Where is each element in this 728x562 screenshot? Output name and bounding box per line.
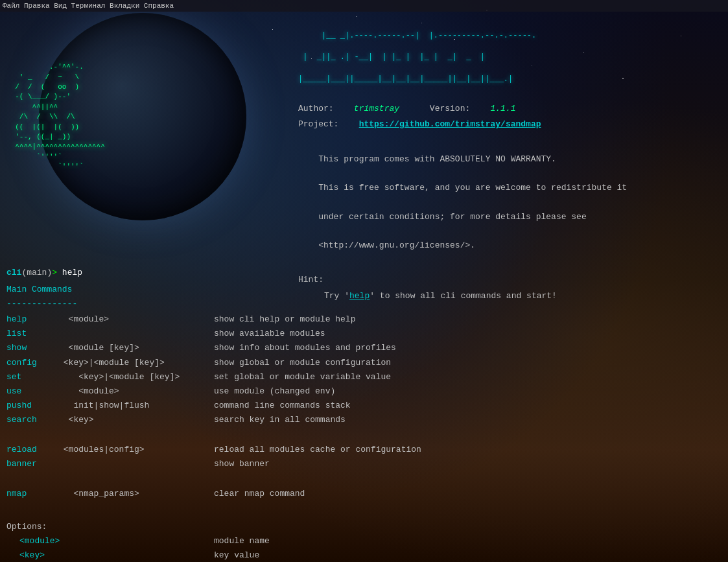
author-value: trimstray	[354, 104, 399, 113]
cmd-desc-list: show available modules	[214, 327, 325, 341]
prompt-cli: cli	[6, 268, 21, 277]
warranty-text: This program comes with ABSOLUTELY NO WA…	[298, 138, 722, 267]
commands-table-3: nmap <nmap_params> clear nmap command	[6, 487, 722, 501]
author-line: Author: trimstray Version: 1.1.1	[298, 102, 722, 116]
project-link[interactable]: https://github.com/trimstray/sandmap	[359, 119, 541, 129]
cmd-row-help: help <module> show cli help or module he…	[6, 312, 722, 327]
cmd-desc-pushd: command line commands stack	[214, 399, 351, 413]
cmd-args-help: <module>	[58, 312, 214, 327]
cmd-args-config: <key>|<module [key]>	[58, 356, 214, 370]
warranty-line1: This program comes with ABSOLUTELY NO WA…	[318, 154, 556, 164]
opt-row-module: <module> module name	[6, 534, 722, 548]
opt-row-key: <key> key value	[6, 548, 722, 562]
cmd-args-banner	[58, 457, 214, 471]
options-title: Options:	[6, 520, 722, 534]
cmd-name-use: use	[6, 384, 58, 399]
project-label: Project:	[298, 119, 338, 129]
cmd-row-reload: reload <modules|config> reload all modul…	[6, 443, 722, 457]
opt-desc-key: key value	[214, 548, 259, 562]
cmd-row-show: show <module [key]> show info about modu…	[6, 341, 722, 355]
cmd-row-config: config <key>|<module [key]> show global …	[6, 356, 722, 370]
prompt-arrow: >	[52, 268, 57, 277]
cmd-row-list: list show available modules	[6, 327, 722, 341]
warranty-line2: This is free software, and you are welco…	[318, 183, 627, 193]
cmd-desc-help: show cli help or module help	[214, 312, 355, 327]
ascii-logo: |__ _|.----.-----.--| |.---------.--.-.-…	[298, 19, 722, 96]
commands-table: help <module> show cli help or module he…	[6, 312, 722, 427]
prompt-command: help	[62, 268, 82, 277]
logo-line1: |__ _|.----.-----.--| |.---------.--.-.-…	[317, 31, 536, 40]
prompt-line: cli(main)> help	[6, 266, 722, 280]
cmd-args-pushd: init|show|flush	[58, 399, 214, 413]
cmd-row-set: set <key>|<module [key]> set global or m…	[6, 370, 722, 384]
menubar: Файл Правка Вид Терминал Вкладки Справка	[0, 0, 728, 12]
cmd-name-show: show	[6, 341, 58, 355]
cmd-args-use: <module>	[58, 384, 214, 399]
cmd-args-list	[58, 327, 214, 341]
cmd-desc-use: use module (changed env)	[214, 384, 335, 399]
cmd-row-nmap: nmap <nmap_params> clear nmap command	[6, 487, 722, 501]
opt-desc-module: module name	[214, 534, 270, 548]
cmd-args-reload: <modules|config>	[58, 443, 214, 457]
ascii-art-content: .-'^^'-. ' _ / ~ \ / / ( oo ) -( \___/ )…	[6, 63, 105, 170]
opt-name-module: <module>	[19, 534, 214, 548]
cmd-desc-show: show info about modules and profiles	[214, 341, 396, 355]
cmd-name-list: list	[6, 327, 58, 341]
cmd-desc-set: set global or module variable value	[214, 370, 391, 384]
version-label: Version:	[430, 104, 470, 113]
cmd-name-set: set	[6, 370, 58, 384]
cmd-name-reload: reload	[6, 443, 58, 457]
author-label: Author:	[298, 104, 334, 113]
cmd-args-set: <key>|<module [key]>	[58, 370, 214, 384]
cmd-name-config: config	[6, 356, 58, 370]
prompt-main: (main)	[21, 268, 52, 277]
opt-name-key: <key>	[19, 548, 214, 562]
version-value: 1.1.1	[491, 104, 516, 113]
cmd-args-search: <key>	[58, 413, 214, 427]
menubar-text: Файл Правка Вид Терминал Вкладки Справка	[3, 2, 174, 10]
commands-table-2: reload <modules|config> reload all modul…	[6, 443, 722, 471]
cmd-name-help: help	[6, 312, 58, 327]
cmd-desc-reload: reload all modules cache or configuratio…	[214, 443, 421, 457]
cmd-args-show: <module [key]>	[58, 341, 214, 355]
project-line: Project: https://github.com/trimstray/sa…	[298, 118, 722, 132]
cmd-row-banner: banner show banner	[6, 457, 722, 471]
cmd-name-banner: banner	[6, 457, 58, 471]
cmd-desc-config: show global or module configuration	[214, 356, 391, 370]
cmd-row-use: use <module> use module (changed env)	[6, 384, 722, 399]
terminal-main: cli(main)> help Main Commands ----------…	[0, 259, 728, 562]
ascii-art-panel: .-'^^'-. ' _ / ~ \ / / ( oo ) -( \___/ )…	[0, 19, 259, 185]
cmd-desc-banner: show banner	[214, 457, 270, 471]
cmd-desc-nmap: clear nmap command	[214, 487, 305, 501]
warranty-line3: under certain conditions; for more detai…	[318, 212, 586, 222]
logo-line3: |_____|___||_____|__|__|__|_____||__|__|…	[298, 75, 513, 84]
main-commands-title: Main Commands	[6, 283, 722, 297]
cmd-desc-search: search key in all commands	[214, 413, 346, 427]
cmd-name-nmap: nmap	[6, 487, 58, 501]
main-commands-divider: --------------	[6, 297, 722, 311]
cmd-name-search: search	[6, 413, 58, 427]
cmd-name-pushd: pushd	[6, 399, 58, 413]
cmd-row-search: search <key> search key in all commands	[6, 413, 722, 427]
cmd-row-pushd: pushd init|show|flush command line comma…	[6, 399, 722, 413]
logo-line2: | _||_ .| -__| | |_ | |_ | _| _ |	[298, 53, 485, 62]
warranty-line4: <http://www.gnu.org/licenses/>.	[318, 240, 475, 250]
cmd-args-nmap: <nmap_params>	[58, 487, 214, 501]
